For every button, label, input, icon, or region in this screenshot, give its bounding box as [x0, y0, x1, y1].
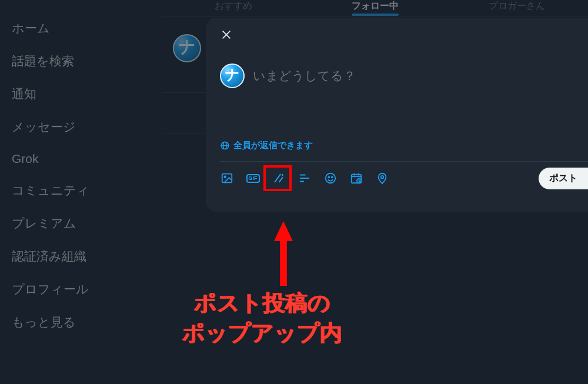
schedule-button[interactable] [349, 171, 363, 185]
svg-point-8 [328, 176, 329, 178]
svg-point-15 [381, 176, 384, 179]
sidebar-item-grok[interactable]: Grok [0, 143, 162, 174]
emoji-icon [324, 172, 337, 185]
emoji-button[interactable] [323, 171, 338, 185]
location-button[interactable] [375, 171, 389, 185]
gif-icon: GIF [246, 174, 260, 183]
poll-icon [298, 172, 311, 185]
sidebar-item-profile[interactable]: プロフィール [0, 273, 162, 306]
location-icon [376, 172, 389, 185]
poll-button[interactable] [298, 171, 312, 185]
svg-point-7 [326, 173, 336, 183]
post-button[interactable]: ポスト [539, 168, 588, 189]
avatar[interactable]: ナ [173, 34, 201, 62]
sidebar-item-messages[interactable]: メッセージ [0, 111, 162, 143]
gif-button[interactable]: GIF [246, 171, 260, 185]
sidebar: ホーム 話題を検索 通知 メッセージ Grok コミュニティ プレミアム 認証済… [0, 0, 162, 384]
tab-recommended[interactable]: おすすめ [162, 0, 304, 16]
compose-row: ナ いまどうしてる？ [220, 64, 588, 88]
compose-input[interactable]: いまどうしてる？ [253, 68, 356, 84]
svg-point-9 [332, 176, 333, 178]
grok-icon [272, 172, 285, 185]
sidebar-item-communities[interactable]: コミュニティ [0, 174, 162, 207]
timeline-tabs: おすすめ フォロー中 ブロガーさん [162, 0, 588, 16]
tab-bloggers[interactable]: ブロガーさん [446, 0, 588, 16]
tab-following[interactable]: フォロー中 [304, 0, 446, 16]
avatar-glyph: ナ [179, 36, 196, 58]
divider [220, 161, 588, 162]
grok-button[interactable] [272, 171, 286, 185]
compose-modal: ナ いまどうしてる？ 全員が返信できます GIF [206, 18, 588, 212]
reply-setting-label: 全員が返信できます [233, 140, 313, 151]
sidebar-item-premium[interactable]: プレミアム [0, 207, 162, 240]
avatar[interactable]: ナ [220, 64, 245, 88]
sidebar-item-home[interactable]: ホーム [0, 12, 162, 45]
media-button[interactable] [220, 171, 234, 185]
compose-toolbar: GIF ポスト [220, 171, 588, 185]
sidebar-item-more[interactable]: もっと見る [0, 306, 162, 339]
close-icon [220, 29, 232, 41]
svg-point-3 [224, 176, 226, 178]
avatar-glyph: ナ [225, 65, 240, 84]
globe-icon [220, 141, 230, 151]
reply-setting[interactable]: 全員が返信できます [220, 140, 313, 151]
schedule-icon [350, 172, 363, 185]
sidebar-item-notifications[interactable]: 通知 [0, 78, 162, 111]
close-button[interactable] [220, 28, 233, 41]
image-icon [220, 172, 233, 185]
sidebar-item-explore[interactable]: 話題を検索 [0, 45, 162, 78]
sidebar-item-verified-orgs[interactable]: 認証済み組織 [0, 240, 162, 273]
